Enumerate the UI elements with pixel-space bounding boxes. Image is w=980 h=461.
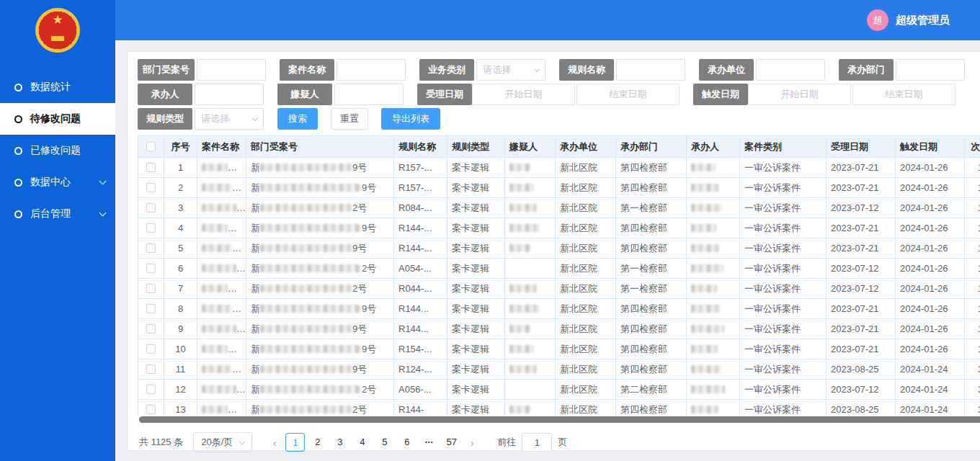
cell-dept: 第四检察部 xyxy=(616,400,687,416)
cell-accept-date: 2023-07-21 xyxy=(827,319,896,339)
row-checkbox[interactable] xyxy=(146,385,156,394)
date-end-触发日期[interactable]: 结束日期 xyxy=(852,84,956,105)
page-number-2[interactable]: 2 xyxy=(308,433,327,452)
select-placeholder: 请选择 xyxy=(201,112,229,125)
cell-rule-name: A054-... xyxy=(394,259,447,279)
redacted-case-name xyxy=(202,406,228,413)
cell-index: 9 xyxy=(164,319,197,339)
filter-input-承办单位[interactable] xyxy=(756,59,825,81)
date-start-触发日期[interactable]: 开始日期 xyxy=(748,84,851,105)
搜索-button[interactable]: 搜索 xyxy=(277,108,318,130)
cell-count: 1 xyxy=(965,198,980,218)
redacted-handler xyxy=(691,204,723,212)
next-page-button[interactable]: › xyxy=(463,437,481,449)
goto-page-input[interactable] xyxy=(522,433,552,452)
sidebar-item-2[interactable]: 待修改问题 xyxy=(0,103,115,135)
cell-case-number: 新2号 xyxy=(246,400,394,416)
cell-rule-type: 案卡逻辑 xyxy=(447,158,505,178)
cell-count: 1 xyxy=(965,319,980,339)
cell-count: 1 xyxy=(965,259,980,279)
redacted-suspect xyxy=(509,164,531,171)
cell-case-name: … xyxy=(197,279,246,299)
导出列表-button[interactable]: 导出列表 xyxy=(381,108,440,130)
sidebar-item-3[interactable]: 已修改问题 xyxy=(0,135,115,166)
cell-category: 一审公诉案件 xyxy=(740,299,827,319)
cell-suspect xyxy=(505,259,556,279)
重置-button[interactable]: 重置 xyxy=(331,108,368,130)
avatar[interactable]: 超 xyxy=(867,9,888,31)
page-ellipsis[interactable]: ••• xyxy=(419,433,439,452)
page-number-3[interactable]: 3 xyxy=(330,433,349,452)
filter-部门受案号: 部门受案号 xyxy=(138,59,266,81)
cell-rule-type: 案卡逻辑 xyxy=(447,299,505,319)
filter-input-部门受案号[interactable] xyxy=(197,59,266,81)
cell-accept-date: 2023-07-21 xyxy=(827,238,896,259)
page-number-6[interactable]: 6 xyxy=(397,433,416,452)
row-checkbox[interactable] xyxy=(146,264,156,273)
cell-org: 新北区院 xyxy=(556,279,616,299)
row-checkbox[interactable] xyxy=(146,284,156,293)
cell-category: 一审公诉案件 xyxy=(740,380,827,400)
page-number-1[interactable]: 1 xyxy=(285,433,305,452)
cell-org: 新北区院 xyxy=(556,359,616,380)
filter-select-规则类型[interactable]: 请选择 xyxy=(195,108,264,130)
goto-label: 前往 xyxy=(497,436,516,449)
cell-case-number: 新2号 xyxy=(246,380,394,400)
sidebar-item-1[interactable]: 数据统计 xyxy=(0,71,115,103)
card: 部门受案号案件名称业务类别请选择规则名称承办单位承办部门承办人嫌疑人受理日期开始… xyxy=(127,51,980,451)
row-checkbox[interactable] xyxy=(146,344,156,354)
cell-accept-date: 2023-07-21 xyxy=(827,339,896,359)
select-all-checkbox[interactable] xyxy=(146,142,156,151)
filter-受理日期: 受理日期开始日期结束日期 xyxy=(417,84,680,105)
filter-label: 触发日期 xyxy=(693,84,748,105)
cell-case-name: … xyxy=(197,319,246,339)
cell-dept: 第一检察部 xyxy=(616,198,687,218)
cell-suspect xyxy=(505,198,556,218)
cell-rule-name: A056-... xyxy=(394,380,447,400)
cell-accept-date: 2023-07-12 xyxy=(827,279,896,299)
page-number-57[interactable]: 57 xyxy=(442,433,461,452)
horizontal-scrollbar-thumb[interactable] xyxy=(139,416,980,423)
row-checkbox[interactable] xyxy=(146,163,156,172)
filter-select-业务类别[interactable]: 请选择 xyxy=(476,59,545,81)
page-number-5[interactable]: 5 xyxy=(375,433,394,452)
row-checkbox[interactable] xyxy=(146,223,156,233)
redacted-suspect xyxy=(509,345,534,353)
row-checkbox[interactable] xyxy=(146,243,156,253)
page-number-4[interactable]: 4 xyxy=(352,433,372,452)
table-row: 13…新2号R144-案卡逻辑新北区院第四检察部一审公诉案件2023-08-25… xyxy=(138,400,980,416)
filter-input-规则名称[interactable] xyxy=(616,59,685,81)
table-row: 6…新2号A054-...案卡逻辑新北区院第一检察部一审公诉案件2023-07-… xyxy=(138,259,980,279)
filter-row-3: 规则类型请选择搜索重置导出列表 xyxy=(138,108,980,130)
date-start-受理日期[interactable]: 开始日期 xyxy=(472,84,575,105)
row-checkbox[interactable] xyxy=(146,364,156,374)
row-checkbox[interactable] xyxy=(146,405,156,414)
filter-input-案件名称[interactable] xyxy=(337,59,406,81)
date-end-受理日期[interactable]: 结束日期 xyxy=(576,84,680,105)
filter-input-承办人[interactable] xyxy=(195,84,264,105)
cell-suspect xyxy=(505,319,556,339)
sidebar-item-5[interactable]: 后台管理 xyxy=(0,198,115,230)
app-window: ★ 数据统计待修改问题已修改问题数据中心后台管理 超 超级管理员 部门受案号案件… xyxy=(0,0,980,461)
row-checkbox[interactable] xyxy=(146,324,156,334)
cell-category: 一审公诉案件 xyxy=(740,339,827,359)
page-size-select[interactable]: 20条/页 xyxy=(193,432,252,452)
redacted-case-number xyxy=(260,365,352,373)
sidebar-item-4[interactable]: 数据中心 xyxy=(0,166,115,198)
cell-count: 1 xyxy=(965,279,980,299)
cell-accept-date: 2023-07-21 xyxy=(827,218,896,238)
filter-panel: 部门受案号案件名称业务类别请选择规则名称承办单位承办部门承办人嫌疑人受理日期开始… xyxy=(138,59,980,133)
redacted-handler xyxy=(691,184,719,192)
cell-rule-type: 案卡逻辑 xyxy=(447,380,505,400)
cell-case-name: … xyxy=(197,400,246,416)
prev-page-button[interactable]: ‹ xyxy=(265,437,284,449)
cell-accept-date: 2023-08-25 xyxy=(827,359,896,380)
row-checkbox[interactable] xyxy=(146,304,156,313)
filter-input-嫌疑人[interactable] xyxy=(334,84,404,105)
row-checkbox[interactable] xyxy=(146,183,156,192)
row-checkbox[interactable] xyxy=(146,203,156,212)
filter-案件名称: 案件名称 xyxy=(280,59,406,81)
redacted-case-number xyxy=(260,264,362,272)
cell-category: 一审公诉案件 xyxy=(740,238,827,259)
filter-input-承办部门[interactable] xyxy=(896,59,965,81)
